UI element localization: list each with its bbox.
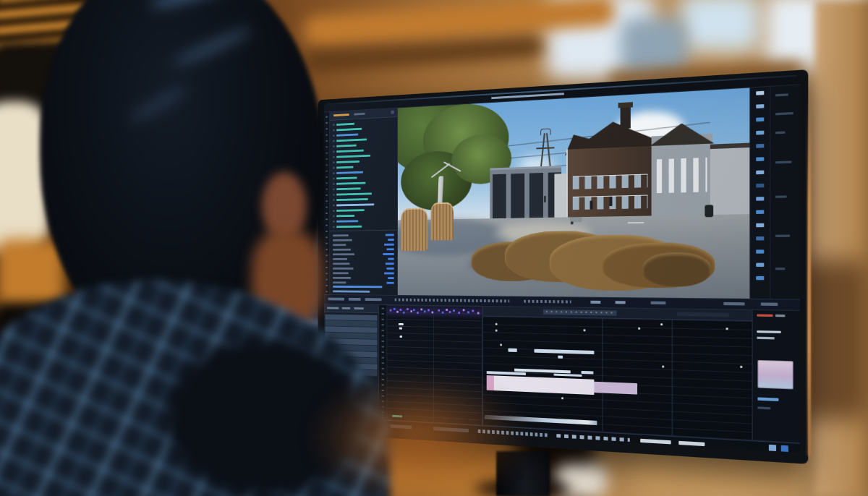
tree-expand-icon[interactable]: [333, 161, 334, 163]
timeline-clip[interactable]: [553, 373, 582, 377]
status-bar-segment[interactable]: [678, 441, 705, 446]
tree-expand-icon[interactable]: [333, 155, 334, 158]
toolbar-button-bar[interactable]: [328, 298, 344, 301]
keyframe-mark[interactable]: [393, 308, 396, 310]
timeline-clip[interactable]: [535, 349, 595, 354]
tool-icon[interactable]: [756, 131, 764, 135]
keyframe-mark[interactable]: [438, 309, 440, 312]
keyframe-mark[interactable]: [403, 312, 405, 314]
tool-icon[interactable]: [756, 117, 764, 121]
clip-preview-thumbnail[interactable]: [757, 360, 793, 390]
tool-icon[interactable]: [756, 104, 764, 108]
far-house: [710, 142, 750, 223]
tree-expand-icon[interactable]: [333, 134, 334, 137]
toolbar-button-bar[interactable]: [616, 301, 626, 304]
tree-expand-icon[interactable]: [333, 182, 334, 184]
keyframe-mark[interactable]: [446, 309, 448, 311]
ruler-time-label[interactable]: [543, 309, 617, 316]
keyframe-mark[interactable]: [453, 309, 455, 312]
keyframe-mark[interactable]: [396, 311, 399, 313]
left-icon-strip[interactable]: [324, 112, 330, 294]
tool-icon[interactable]: [756, 91, 764, 95]
tool-icon[interactable]: [756, 236, 764, 240]
toolbar-button-bar[interactable]: [365, 298, 382, 301]
keyframe-mark[interactable]: [432, 312, 434, 314]
tree-expand-icon[interactable]: [333, 124, 334, 126]
keyframe-mark[interactable]: [463, 309, 465, 311]
toolbar-button-bar[interactable]: [723, 302, 745, 306]
toolbar-button-bar[interactable]: [761, 302, 778, 306]
tool-icon[interactable]: [756, 276, 764, 280]
tool-icon[interactable]: [756, 171, 764, 175]
keyframe-mark[interactable]: [442, 312, 444, 314]
media-bin-header[interactable]: [324, 304, 378, 313]
status-bar-segment[interactable]: [640, 439, 671, 445]
timeline-clip[interactable]: [594, 381, 637, 394]
bin-tab-bar[interactable]: [327, 307, 339, 309]
toolbar-button-bar[interactable]: [394, 299, 509, 303]
keyframe-mark[interactable]: [390, 309, 392, 312]
tree-expand-icon[interactable]: [333, 188, 334, 190]
timeline-tracks[interactable]: [483, 317, 752, 440]
tree-expand-icon[interactable]: [333, 150, 334, 153]
toolbar-button-bar[interactable]: [650, 302, 665, 304]
keyframe-mark[interactable]: [467, 311, 469, 313]
tree-expand-icon[interactable]: [333, 210, 334, 212]
ruler-time-label[interactable]: [677, 312, 728, 317]
tool-icon[interactable]: [756, 210, 764, 214]
timeline-clip[interactable]: [558, 356, 563, 359]
status-corner-icon[interactable]: [781, 445, 788, 453]
keyframe-mark[interactable]: [407, 308, 409, 310]
keyframe-mark[interactable]: [477, 312, 480, 315]
tree-expand-icon[interactable]: [333, 226, 334, 228]
status-corner-icon[interactable]: [769, 445, 776, 452]
keyframe-mark[interactable]: [427, 309, 430, 312]
keyframe-mark[interactable]: [472, 310, 475, 312]
bin-tab-bar[interactable]: [342, 307, 351, 309]
keyframe-mark[interactable]: [420, 308, 422, 310]
keyframe-mark[interactable]: [449, 311, 451, 313]
outliner-row[interactable]: [330, 223, 397, 229]
tree-expand-icon[interactable]: [333, 129, 334, 131]
keyframe-mark[interactable]: [458, 312, 460, 314]
tool-icon[interactable]: [756, 157, 764, 161]
keyframe-mark[interactable]: [424, 310, 426, 312]
keyframe-mark[interactable]: [417, 312, 419, 314]
blue-control-bar[interactable]: [757, 397, 778, 401]
info-text-bar: [757, 330, 781, 333]
timeline-clip[interactable]: [487, 371, 526, 375]
tree-expand-icon[interactable]: [333, 177, 334, 179]
tree-item-label-bar: [336, 160, 359, 163]
tree-expand-icon[interactable]: [333, 220, 334, 222]
tree-expand-icon[interactable]: [333, 172, 334, 174]
tree-expand-icon[interactable]: [333, 140, 334, 142]
toolbar-button-bar[interactable]: [524, 300, 571, 304]
tree-expand-icon[interactable]: [333, 166, 334, 168]
tool-icon[interactable]: [756, 144, 764, 148]
tool-icon[interactable]: [756, 263, 764, 267]
status-bar-segment[interactable]: [557, 434, 631, 442]
keyframe-mark[interactable]: [413, 309, 415, 311]
viewport-3d-scene[interactable]: [398, 87, 750, 298]
toolbar-button-bar[interactable]: [590, 301, 600, 304]
tree-expand-icon[interactable]: [333, 215, 334, 217]
tree-expand-icon[interactable]: [333, 193, 334, 195]
timeline-clip[interactable]: [582, 371, 593, 375]
tool-icon[interactable]: [756, 184, 764, 188]
tree-expand-icon[interactable]: [333, 204, 334, 206]
timeline-clip[interactable]: [487, 375, 494, 390]
toolbar-button-bar[interactable]: [349, 298, 361, 301]
tree-expand-icon[interactable]: [333, 145, 334, 147]
bin-tab-bar[interactable]: [354, 307, 363, 309]
menu-text-bar[interactable]: [522, 93, 564, 97]
timeline-clip[interactable]: [487, 375, 594, 395]
tool-icon[interactable]: [756, 223, 764, 228]
tool-icon[interactable]: [756, 249, 764, 253]
tool-icon[interactable]: [756, 197, 764, 201]
keyframe-mark[interactable]: [400, 309, 402, 311]
tree-expand-icon[interactable]: [333, 199, 334, 201]
property-row[interactable]: [330, 281, 397, 286]
keyframe-mark[interactable]: [410, 310, 412, 312]
timeline-clip[interactable]: [508, 349, 516, 352]
panel-options-icon[interactable]: [391, 111, 393, 114]
